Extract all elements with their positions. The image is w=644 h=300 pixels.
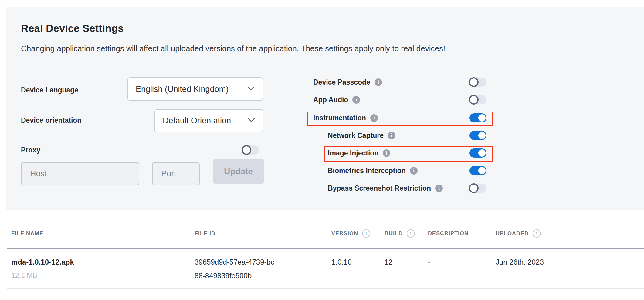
header-label: FILE NAME	[11, 230, 43, 237]
header-label: FILE ID	[195, 230, 215, 237]
biometrics-interception-toggle[interactable]	[469, 166, 486, 175]
bypass-screenshot-restriction-label: Bypass Screenshot Restriction	[328, 184, 431, 192]
info-icon[interactable]: i	[375, 78, 382, 86]
toggle-knob	[242, 145, 251, 155]
file-name-cell[interactable]: mda-1.0.10-12.apk	[11, 258, 74, 266]
info-icon[interactable]: i	[410, 167, 418, 175]
device-orientation-value: Default Orientation	[163, 116, 231, 125]
file-id-line2-cell: 88-849839fe500b	[195, 272, 252, 280]
real-device-settings-screen: Real Device Settings Changing applicatio…	[0, 0, 644, 300]
image-injection-toggle[interactable]	[469, 148, 486, 158]
toggle-knob	[478, 114, 486, 122]
proxy-host-input[interactable]	[21, 162, 139, 185]
device-orientation-select[interactable]: Default Orientation	[154, 109, 263, 132]
toggle-knob	[469, 77, 479, 87]
proxy-toggle[interactable]	[242, 145, 259, 155]
header-label: VERSION	[331, 230, 358, 237]
toggle-knob	[478, 132, 486, 139]
settings-panel: Real Device Settings Changing applicatio…	[6, 7, 644, 210]
proxy-label: Proxy	[21, 146, 40, 154]
proxy-update-button[interactable]: Update	[213, 159, 264, 184]
device-passcode-label: Device Passcode	[313, 78, 370, 86]
biometrics-interception-label: Biometrics Interception	[328, 167, 406, 175]
info-icon[interactable]: i	[407, 229, 415, 238]
version-cell: 1.0.10	[331, 258, 352, 266]
instrumentation-toggle[interactable]	[469, 113, 486, 122]
file-size-cell: 12.1 MB	[11, 272, 37, 280]
app-audio-toggle[interactable]	[469, 95, 486, 104]
header-label: DESCRIPTION	[428, 230, 469, 237]
toggle-knob	[469, 183, 479, 193]
network-capture-label: Network Capture	[328, 132, 384, 140]
setting-row-app-audio: App Audio i	[313, 95, 486, 105]
info-icon[interactable]: i	[533, 229, 541, 238]
table-header-divider	[7, 248, 644, 249]
uploaded-cell: Jun 26th, 2023	[496, 258, 544, 266]
device-passcode-toggle[interactable]	[469, 78, 486, 87]
setting-row-biometrics-interception: Biometrics Interception i	[328, 165, 486, 176]
table-row-divider	[7, 288, 644, 289]
column-header-uploaded[interactable]: UPLOADED i	[496, 229, 541, 238]
info-icon[interactable]: i	[435, 185, 443, 192]
file-id-line1-cell: 39659d9d-57ea-4739-bc	[195, 258, 274, 266]
page-subtitle: Changing application settings will affec…	[21, 44, 445, 53]
chevron-down-icon	[242, 118, 255, 124]
column-header-file-name[interactable]: FILE NAME	[11, 229, 43, 238]
setting-row-device-passcode: Device Passcode i	[313, 77, 486, 87]
header-label: UPLOADED	[496, 230, 529, 237]
description-cell: -	[428, 258, 430, 266]
column-header-version[interactable]: VERSION i	[331, 229, 370, 238]
setting-row-image-injection: Image Injection i	[328, 148, 486, 158]
info-icon[interactable]: i	[388, 132, 395, 139]
page-title: Real Device Settings	[21, 22, 124, 34]
app-audio-label: App Audio	[313, 96, 348, 104]
network-capture-toggle[interactable]	[469, 131, 486, 140]
header-label: BUILD	[385, 230, 403, 237]
device-orientation-label: Device orientation	[21, 116, 81, 125]
build-cell: 12	[385, 258, 393, 266]
column-header-description[interactable]: DESCRIPTION	[428, 229, 469, 238]
info-icon[interactable]: i	[383, 149, 390, 157]
toggle-knob	[469, 95, 479, 105]
device-language-value: English (United Kingdom)	[136, 85, 229, 94]
instrumentation-label: Instrumentation	[313, 114, 366, 122]
info-icon[interactable]: i	[370, 114, 378, 122]
device-language-label: Device Language	[21, 86, 78, 94]
setting-row-instrumentation: Instrumentation i	[313, 113, 486, 123]
info-icon[interactable]: i	[352, 96, 360, 104]
info-icon[interactable]: i	[362, 229, 370, 238]
setting-row-bypass-screenshot-restriction: Bypass Screenshot Restriction i	[328, 183, 486, 193]
image-injection-label: Image Injection	[328, 149, 378, 157]
chevron-down-icon	[242, 86, 255, 92]
bypass-screenshot-restriction-toggle[interactable]	[469, 184, 486, 193]
column-header-file-id[interactable]: FILE ID	[195, 229, 215, 238]
toggle-knob	[478, 149, 486, 157]
column-header-build[interactable]: BUILD i	[385, 229, 415, 238]
device-language-select[interactable]: English (United Kingdom)	[127, 77, 263, 101]
toggle-knob	[478, 167, 486, 174]
setting-row-network-capture: Network Capture i	[328, 130, 486, 141]
proxy-port-input[interactable]	[152, 162, 200, 185]
